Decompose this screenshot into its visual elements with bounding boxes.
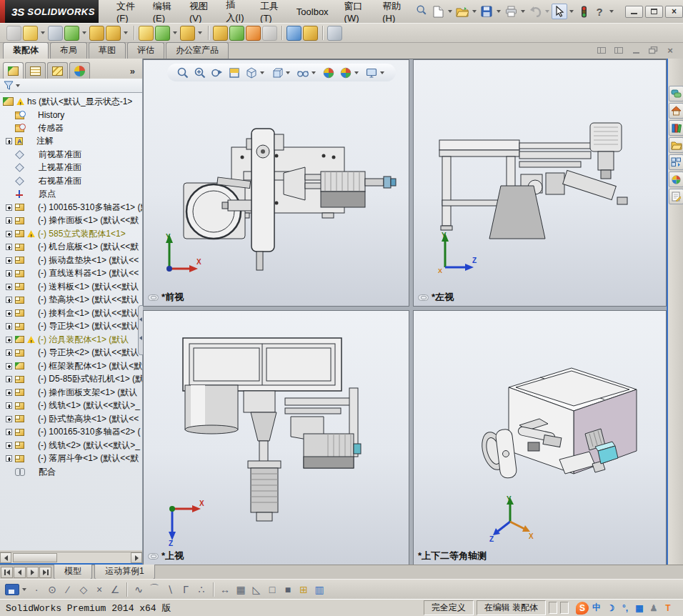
办公室产品[interactable]: 办公室产品 (166, 42, 229, 59)
tree-item[interactable]: (-) 垫高块<1> (默认<<默认 (0, 294, 142, 307)
undo-caret[interactable] (545, 10, 549, 13)
design-library-icon[interactable] (669, 120, 683, 136)
pane-split-left-button[interactable] (594, 44, 609, 56)
ime-halfmoon[interactable]: ☽ (604, 602, 617, 615)
tab-configurationmanager[interactable] (47, 62, 68, 79)
save[interactable] (5, 584, 19, 595)
tangent-arc[interactable]: ⌒ (147, 582, 161, 597)
运动算例1[interactable]: 运动算例1 (94, 565, 155, 580)
instant-3d[interactable] (286, 26, 301, 41)
move-component[interactable] (106, 26, 121, 41)
expand-box[interactable] (6, 416, 12, 422)
expand-box[interactable] (6, 323, 12, 329)
tab-featuremanager[interactable] (3, 62, 24, 79)
new-document-button[interactable] (430, 4, 446, 19)
expand-box[interactable] (6, 244, 12, 250)
tree-item[interactable]: (-) D5-85卧式钻孔机<1> (默 (0, 373, 142, 387)
open-caret[interactable] (472, 10, 477, 13)
工具(T)[interactable]: 工具(T) (252, 0, 289, 25)
tree-item[interactable]: (-) 振动盘垫块<1> (默认<< (0, 254, 142, 267)
appearances-scenes-icon[interactable] (669, 172, 683, 187)
expand-box[interactable] (6, 231, 12, 237)
草图[interactable]: 草图 (89, 42, 126, 59)
custom-properties-icon[interactable] (669, 189, 683, 204)
viewport-front[interactable]: Y X *前视 (143, 59, 409, 307)
模型[interactable]: 模型 (54, 565, 92, 580)
scroll-right-arrow[interactable] (131, 552, 142, 563)
maximize-button[interactable] (645, 6, 663, 18)
tree-item[interactable]: (-) 100165-310多轴器<1> (默 (0, 201, 142, 214)
tab-displaymanager[interactable] (69, 62, 90, 79)
expand-box[interactable] (6, 138, 12, 144)
插入(I)[interactable]: 插入(I) (218, 0, 252, 26)
measure-tool[interactable]: ⊞ (296, 582, 311, 597)
save-caret[interactable] (497, 10, 501, 13)
视图(V)[interactable]: 视图(V) (181, 0, 218, 25)
circle-tool[interactable]: ⊙ (45, 582, 59, 597)
tree-item[interactable]: (-) 送料板<1> (默认<<默认 (0, 280, 142, 294)
tree-item[interactable]: (-) 治具装配体<1> (默认 (0, 333, 142, 347)
open-part[interactable] (23, 26, 38, 41)
search-icon[interactable] (416, 4, 427, 19)
minimize-button[interactable] (625, 6, 643, 18)
bill-of-materials[interactable] (229, 26, 244, 41)
mate[interactable] (48, 26, 63, 41)
new-motion-study[interactable] (213, 26, 228, 41)
restore-document-button[interactable] (646, 44, 660, 56)
split-viewport[interactable]: ▥ (312, 582, 326, 597)
tree-item[interactable]: (-) 线轨<1> (默认<<默认>_ (0, 399, 142, 413)
tree-item[interactable]: (-) 落屑斗争<1> (默认<<默 (0, 452, 142, 466)
ime-sogou[interactable]: S (576, 602, 589, 615)
model-isometric-view[interactable] (414, 311, 667, 565)
expand-box[interactable] (6, 429, 12, 435)
last-tab-button[interactable] (39, 567, 51, 578)
tab-propertymanager[interactable] (25, 62, 46, 79)
expand-box[interactable] (6, 349, 12, 356)
help-button[interactable]: ? (592, 4, 607, 19)
ime-toolbox[interactable]: ♟ (647, 602, 660, 615)
select-caret[interactable] (569, 10, 574, 13)
帮助(H)[interactable]: 帮助(H) (374, 0, 412, 25)
编辑(E)[interactable]: 编辑(E) (145, 0, 181, 25)
print-caret[interactable] (521, 10, 525, 13)
polygon-tool[interactable]: ◇ (76, 582, 91, 597)
tree-item[interactable]: (-) 线轨<2> (默认<<默认>_ (0, 439, 142, 452)
expand-box[interactable] (6, 442, 12, 449)
文件(F)[interactable]: 文件(F) (109, 0, 145, 25)
tree-item[interactable]: (-) 585立式装配体1<1> (0, 227, 142, 241)
trim-entities[interactable]: × (92, 582, 106, 597)
评估[interactable]: 评估 (127, 42, 164, 59)
expand-box[interactable] (6, 455, 12, 462)
scroll-left-arrow[interactable] (0, 552, 11, 563)
smart-dimension[interactable]: ↔ (218, 582, 232, 597)
tree-item[interactable]: 注解 (0, 135, 142, 149)
spline-tool[interactable]: ∿ (131, 582, 146, 597)
select-button[interactable] (552, 4, 567, 19)
take-snapshot[interactable] (327, 26, 342, 41)
explode-line-sketch[interactable] (262, 26, 277, 41)
sketch-points[interactable]: ∴ (194, 582, 209, 597)
expand-box[interactable] (6, 284, 12, 290)
save-button[interactable] (479, 4, 494, 19)
ime-keyboard[interactable]: ▦ (633, 602, 646, 615)
tree-item[interactable]: (-) 操作面板<1> (默认<<默 (0, 214, 142, 228)
viewport-isometric[interactable]: Y Z X *上下二等角轴测 (413, 310, 667, 565)
grid-snap[interactable]: ▦ (234, 582, 248, 597)
first-tab-button[interactable] (1, 567, 13, 578)
pane-split-right-button[interactable] (612, 44, 626, 56)
expand-box[interactable] (6, 310, 12, 317)
interference-detection[interactable] (303, 26, 318, 41)
close-document-button[interactable]: × (663, 44, 677, 56)
expand-box[interactable] (6, 376, 12, 382)
tree-item[interactable]: (-) 框架装配体<1> (默认<默 (0, 359, 142, 373)
tree-item[interactable]: (-) 操作面板支架<1> (默认 (0, 386, 142, 399)
open-button[interactable] (454, 4, 470, 19)
wireframe-view[interactable]: □ (265, 582, 279, 597)
corner-rectangle[interactable]: Γ (179, 582, 193, 597)
smart-fasteners[interactable] (89, 26, 104, 41)
shaded-view[interactable]: ■ (281, 582, 295, 597)
expand-box[interactable] (6, 337, 12, 343)
ime-mode-chinese[interactable]: 中 (590, 602, 603, 615)
res​ources-home-icon[interactable] (669, 103, 683, 119)
tree-item[interactable]: 前视基准面 (0, 148, 142, 162)
